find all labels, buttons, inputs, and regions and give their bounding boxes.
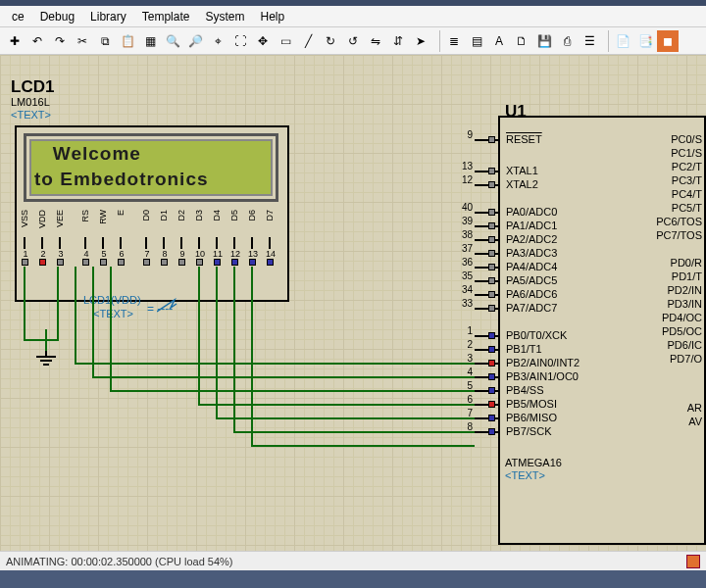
stop-sim-icon[interactable]: [686, 555, 700, 568]
new-doc-icon[interactable]: 🗋: [511, 30, 532, 52]
chip-pin-name: PC6/TOS: [626, 216, 702, 227]
chip-pin-number: 1: [455, 325, 473, 336]
pin-state-led: [488, 181, 495, 188]
chip-pin-name: PC3/T: [626, 174, 702, 186]
pin-state-led: [488, 401, 495, 408]
plus-icon[interactable]: ✚: [4, 30, 25, 52]
pin-state-led: [488, 415, 495, 421]
pin-state-led: [488, 277, 495, 284]
status-text: ANIMATING: 00:00:02.350000 (CPU load 54%…: [6, 556, 233, 567]
wire: [198, 404, 475, 406]
pin-state-led: [196, 259, 203, 266]
lcd-pin-number: 8: [158, 249, 172, 259]
chip-pin-number: 35: [455, 270, 473, 281]
pin-state-led: [161, 259, 168, 266]
pin-state-led: [488, 168, 495, 174]
zoom-full-icon[interactable]: ⛶: [229, 30, 251, 52]
chip-pin-name: PD5/OC: [626, 325, 702, 337]
menu-item[interactable]: Template: [134, 8, 198, 25]
pin-state-led: [39, 259, 46, 266]
pin-state-led: [488, 346, 495, 353]
rotate-ccw-icon[interactable]: ↺: [342, 30, 364, 52]
menu-item[interactable]: System: [197, 8, 252, 25]
stop-icon[interactable]: ◼: [657, 30, 679, 52]
chip-pin-name: PB2/AIN0/INT2: [506, 357, 580, 368]
pin-state-led: [488, 332, 495, 339]
save-icon[interactable]: 💾: [533, 30, 555, 52]
lcd-text-placeholder: <TEXT>: [11, 109, 51, 121]
pin-state-led: [100, 259, 107, 266]
lcd-pin-number: 1: [19, 249, 32, 259]
lcd-ref[interactable]: LCD1: [11, 77, 54, 97]
lcd-pin-number: 2: [36, 249, 50, 259]
menu-item[interactable]: Help: [252, 8, 292, 25]
flip-h-icon[interactable]: ⇋: [365, 30, 386, 52]
menu-item[interactable]: Library: [82, 8, 134, 25]
chip-pin-number: 40: [455, 202, 473, 213]
print-icon[interactable]: ⎙: [556, 30, 578, 52]
probe-arrow-icon: [157, 298, 178, 314]
schematic-canvas[interactable]: LCD1 LM016L <TEXT> Welcome to Embedotron…: [0, 55, 706, 551]
select-icon[interactable]: ▭: [275, 30, 296, 52]
undo-icon[interactable]: ↶: [26, 30, 48, 52]
wire-icon[interactable]: ╱: [297, 30, 319, 52]
wire: [110, 267, 112, 391]
chip-pin-number: 7: [455, 408, 473, 418]
grid-icon[interactable]: ▦: [139, 30, 161, 52]
sheet-icon[interactable]: ▤: [466, 30, 487, 52]
rotate-cw-icon[interactable]: ↻: [320, 30, 341, 52]
chip-pin-name: PA5/ADC5: [506, 274, 557, 286]
lcd-pin-number: 9: [176, 249, 189, 259]
lcd-pin-number: 4: [79, 249, 93, 259]
pin-state-led: [488, 250, 495, 257]
bom-icon[interactable]: ☰: [579, 30, 600, 52]
chip-pin-name: PC4/T: [626, 188, 702, 200]
pin-state-led: [249, 259, 256, 266]
ground-symbol: [35, 351, 57, 368]
lcd-pin-label: D1: [159, 210, 169, 221]
chip-pin-name: AR: [626, 402, 702, 414]
lcd-pin-number: 12: [228, 249, 242, 259]
pin-state-led: [488, 264, 495, 270]
zoom-area-icon[interactable]: ⌖: [207, 30, 228, 52]
pin-state-led: [57, 259, 64, 266]
lcd-pin-label: E: [116, 210, 126, 216]
doc1-icon[interactable]: 📄: [612, 30, 633, 52]
pin-state-led: [488, 236, 495, 243]
chip-pin-name: PB7/SCK: [506, 425, 551, 437]
chip-pin-name: PC7/TOS: [626, 229, 702, 241]
lcd-pin-number: 10: [193, 249, 207, 259]
lcd-pin-label: RW: [98, 210, 108, 224]
chip-pin-name: XTAL2: [506, 178, 538, 190]
chip-pin-name: PA0/ADC0: [506, 206, 557, 218]
doc2-icon[interactable]: 📑: [634, 30, 656, 52]
chip-pin-number: 8: [455, 421, 473, 432]
text-icon[interactable]: A: [488, 30, 510, 52]
chip-pin-number: 33: [455, 298, 473, 309]
lcd-pin-number: 6: [115, 249, 128, 259]
paste-icon[interactable]: 📋: [117, 30, 138, 52]
zoom-in-icon[interactable]: 🔍: [162, 30, 183, 52]
lcd-pin-label: D2: [176, 210, 186, 221]
pin-state-led: [231, 259, 238, 266]
cut-icon[interactable]: ✂: [72, 30, 93, 52]
chip-pin-name: PD7/O: [626, 353, 702, 365]
pin-state-led: [488, 305, 495, 312]
flip-v-icon[interactable]: ⇵: [387, 30, 409, 52]
redo-icon[interactable]: ↷: [49, 30, 71, 52]
wire: [216, 267, 218, 417]
lcd-pin-label: RS: [80, 210, 90, 222]
zoom-out-icon[interactable]: 🔎: [184, 30, 206, 52]
pan-icon[interactable]: ✥: [252, 30, 274, 52]
menu-item[interactable]: Debug: [32, 8, 82, 25]
pin-state-led: [178, 259, 185, 266]
pin-state-led: [118, 259, 125, 266]
copy-icon[interactable]: ⧉: [94, 30, 116, 52]
pin-state-led: [82, 259, 89, 266]
script-icon[interactable]: ≣: [443, 30, 465, 52]
lcd-screen: Welcome to Embedotronics: [24, 133, 278, 202]
arrow-icon[interactable]: ➤: [410, 30, 431, 52]
chip-pin-number: 38: [455, 229, 473, 240]
lcd-pin-number: 7: [140, 249, 154, 259]
menu-item[interactable]: ce: [4, 8, 32, 25]
